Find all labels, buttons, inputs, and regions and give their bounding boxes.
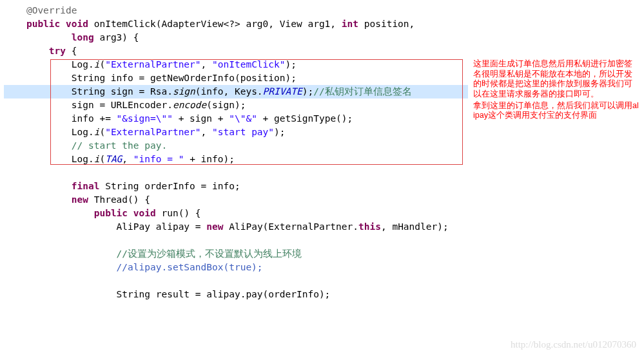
code-line: String info = getNewOrderInfo(position); — [4, 71, 468, 85]
code-line-highlighted: String sign = Rsa.sign(info, Keys.PRIVAT… — [4, 85, 468, 98]
code-line: String result = alipay.pay(orderInfo); — [4, 288, 468, 301]
code-line: //设置为沙箱模式，不设置默认为线上环境 — [4, 247, 468, 261]
code-line: Log.i(TAG, "info = " + info); — [4, 153, 468, 166]
code-line: AliPay alipay = new AliPay(ExternalPartn… — [4, 220, 468, 234]
annotation-text: 这里面生成订单信息然后用私钥进行加密签名很明显私钥是不能放在本地的，所以开发的时… — [473, 59, 639, 100]
code-editor[interactable]: @Override public void onItemClick(Adapte… — [4, 4, 468, 301]
watermark: http://blog.csdn.net/u012070360 — [511, 338, 636, 352]
code-line: new Thread() { — [4, 193, 468, 207]
code-line: sign = URLEncoder.encode(sign); — [4, 98, 468, 112]
annotation-note: 这里面生成订单信息然后用私钥进行加密签名很明显私钥是不能放在本地的，所以开发的时… — [473, 59, 639, 122]
code-line: long arg3) { — [4, 31, 468, 44]
code-line: info += "&sign=\"" + sign + "\"&" + getS… — [4, 112, 468, 126]
code-line: final String orderInfo = info; — [4, 180, 468, 193]
code-line: try { — [4, 44, 468, 58]
code-line: Log.i("ExternalPartner", "start pay"); — [4, 126, 468, 139]
code-line: Log.i("ExternalPartner", "onItemClick"); — [4, 58, 468, 71]
code-line: // start the pay. — [4, 139, 468, 153]
code-line: @Override — [4, 4, 468, 17]
code-line — [4, 274, 468, 288]
code-line: public void run() { — [4, 207, 468, 220]
code-line: public void onItemClick(AdapterView<?> a… — [4, 17, 468, 31]
code-line — [4, 166, 468, 180]
annotation-text: 拿到这里的订单信息，然后我们就可以调用alipay这个类调用支付宝的支付界面 — [473, 101, 639, 121]
code-line: //alipay.setSandBox(true); — [4, 261, 468, 274]
code-line — [4, 234, 468, 247]
